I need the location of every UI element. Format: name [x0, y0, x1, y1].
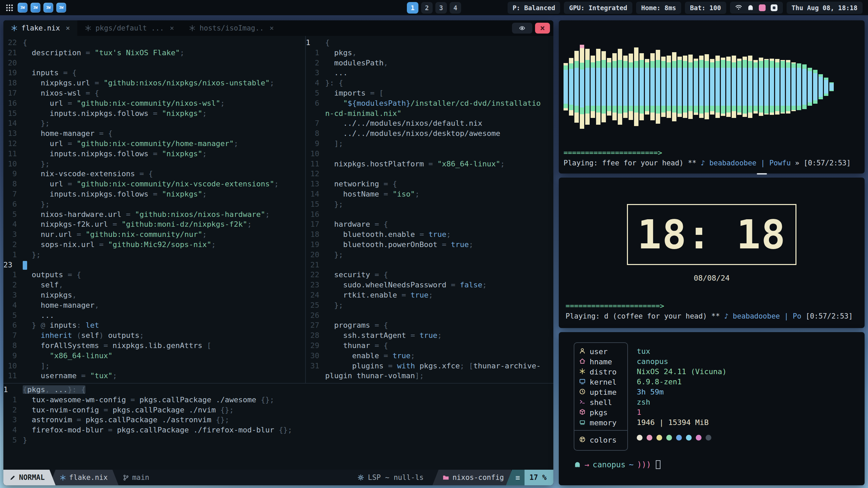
code-row: 11 inputs.nixpkgs.follows = "nixpkgs";: [3, 149, 305, 159]
file-segment: flake.nix: [50, 470, 119, 485]
code-row: 24 rtkit.enable = true;: [306, 290, 553, 300]
workspace-tags: 1234: [407, 2, 461, 14]
capture-icon[interactable]: [771, 4, 778, 11]
code-row: 13 networking = {: [306, 179, 553, 189]
shell-prompt[interactable]: → canopus ~ ))): [574, 460, 850, 469]
code-row: 11 nixpkgs.hostPlatform = "x86_64-linux"…: [306, 159, 553, 169]
client-icon[interactable]: 3W: [18, 3, 27, 13]
code-row: 8 forAllSystems = nixpkgs.lib.genAttrs [: [3, 341, 305, 351]
digital-clock-frame: 18: 18: [627, 204, 796, 265]
fetch-label: kernel: [590, 378, 616, 386]
prompt-chevrons: ))): [637, 460, 651, 469]
app-launcher-icon[interactable]: [5, 4, 14, 12]
code-row: 1{pkgs, ...}: {: [3, 385, 553, 395]
fetch-row-shell: shell: [574, 397, 627, 407]
ping-status: Home: 8ms: [636, 2, 681, 14]
code-row: 1 outputs = {: [3, 270, 305, 280]
progress-percent: 17 %: [525, 470, 553, 485]
tabs: flake.nix×pkgs/default ...×hosts/isoImag…: [3, 20, 281, 36]
code-row: 2 self,: [3, 280, 305, 290]
code-row: 10: [306, 149, 553, 159]
fetch-divider: [574, 430, 627, 431]
clock-icon: [579, 388, 586, 396]
code-row: 30 enable = true;: [306, 351, 553, 361]
client-icon[interactable]: 3W: [43, 3, 53, 13]
tab-flake-nix[interactable]: flake.nix×: [3, 20, 77, 36]
close-window-button[interactable]: ×: [535, 23, 550, 34]
wifi-icon[interactable]: [735, 4, 742, 11]
nix-icon: [85, 25, 92, 32]
code-row: 22{: [3, 38, 305, 48]
window-controls: ×: [512, 23, 550, 34]
prompt-arrow: →: [585, 460, 589, 469]
workspace-tag-2[interactable]: 2: [421, 2, 433, 14]
clock-status: Thu Aug 08, 18:18: [787, 2, 863, 14]
iso-image-pane[interactable]: 1{1 pkgs,2 modulesPath,3 ...4}: {5 impor…: [306, 36, 553, 383]
fetch-label: hname: [590, 358, 612, 366]
palette-dot: [696, 435, 702, 441]
progress-arrow: ======================>: [564, 148, 860, 158]
tab-close-icon[interactable]: ×: [170, 24, 174, 32]
pkgs-default-pane[interactable]: 1{pkgs, ...}: {1 tux-awesome-wm-config =…: [3, 383, 553, 470]
code-row: 7 inherit (self) outputs;: [3, 330, 305, 341]
client-icon[interactable]: 3W: [56, 3, 66, 13]
code-row: 27 programs = {: [306, 320, 553, 330]
track-time: [0:57/2:53]: [804, 159, 851, 167]
tab-hosts-isoimag-[interactable]: hosts/isoImag..×: [181, 20, 281, 36]
code-row: 20 };: [306, 250, 553, 260]
topbar-right-group: P: Balanced GPU: Integrated Home: 8ms Ba…: [508, 2, 863, 14]
system-tray: [730, 2, 783, 14]
fetch-value-shell: zsh: [637, 397, 727, 407]
code-row: 21: [306, 260, 553, 270]
code-splits: 22{21 description = "tux's NixOS Flake";…: [3, 36, 553, 383]
tab-label: hosts/isoImag..: [199, 24, 264, 32]
code-row: 10 ];: [3, 361, 305, 371]
pink-app-icon[interactable]: [759, 4, 766, 11]
code-row: 3 nixpkgs,: [3, 290, 305, 300]
code-row: 3 ...: [306, 68, 553, 78]
now-playing-line: Playing: ffee for your head) ** ♪ beabad…: [564, 158, 860, 168]
clock-time: 18: 18: [637, 211, 786, 258]
tabline: flake.nix×pkgs/default ...×hosts/isoImag…: [3, 20, 553, 36]
palette-dot: [666, 435, 672, 441]
code-row: n-cd-minimal.nix": [306, 108, 553, 119]
code-row: 9 nix-vscode-extensions = {: [3, 169, 305, 179]
code-row: 16: [306, 209, 553, 220]
eye-toggle-button[interactable]: [512, 23, 532, 34]
flake-nix-pane[interactable]: 22{21 description = "tux's NixOS Flake";…: [3, 36, 305, 383]
code-row: 8 url = "github:nix-community/nix-vscode…: [3, 179, 305, 189]
fetch-label: colors: [590, 436, 616, 444]
code-row: 6 "${modulesPath}/installer/cd-dvd/insta…: [306, 98, 553, 108]
tab-close-icon[interactable]: ×: [66, 24, 70, 32]
fetch-row-uptime: uptime: [574, 387, 627, 397]
clock-widget-window: 18: 18 08/08/24 ======================> …: [559, 178, 865, 328]
code-row: 9 ];: [306, 139, 553, 149]
fetch-value-hname: canopus: [637, 357, 727, 367]
workspace-tag-4[interactable]: 4: [450, 2, 461, 14]
client-icon[interactable]: 3W: [31, 3, 40, 13]
code-row: 12 url = "github:nix-community/home-mana…: [3, 139, 305, 149]
fetch-row-kernel: kernel: [574, 377, 627, 387]
fetch-row-distro: distro: [574, 367, 627, 377]
artist-name: beabadoobee | Powfu: [705, 159, 795, 167]
workspace-tag-1[interactable]: 1: [407, 2, 418, 14]
tab-pkgs-default-[interactable]: pkgs/default ...×: [77, 20, 181, 36]
code-row: 15 inputs.nixpkgs.follows = "nixpkgs";: [3, 108, 305, 119]
palette-dot: [686, 435, 692, 441]
fetch-value-pkgs: 1: [637, 407, 727, 418]
code-row: 23: [3, 260, 305, 270]
code-row: 11 username = "tux";: [3, 371, 305, 381]
tab-close-icon[interactable]: ×: [270, 24, 274, 32]
nix-icon: [11, 25, 18, 32]
code-row: 5 imports = [: [306, 88, 553, 98]
pkgs-icon: [579, 408, 586, 417]
workspace-tag-3[interactable]: 3: [435, 2, 447, 14]
fetch-terminal-window[interactable]: userhnamedistrokerneluptimeshellpkgsmemo…: [559, 332, 865, 485]
code-row: 14 hostName = "iso";: [306, 189, 553, 199]
ghost-icon[interactable]: [747, 4, 754, 11]
fetch-label: pkgs: [590, 408, 608, 417]
code-row: plugin thunar-volman];: [306, 371, 553, 381]
code-row: 1 };: [3, 250, 305, 260]
lsp-segment: LSP ~ null-ls: [349, 470, 432, 485]
fetch-value-kernel: 6.9.8-zen1: [637, 377, 727, 387]
